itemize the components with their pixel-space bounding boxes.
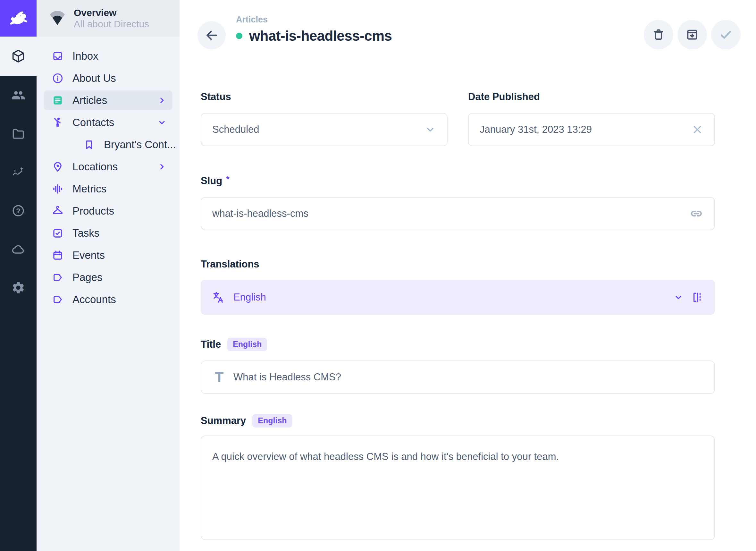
sidebar-item-label: Locations [72,161,118,173]
task-check-icon [52,227,63,239]
sidebar-item-label: Tasks [72,227,99,239]
trash-icon [651,28,666,42]
status-label: Status [201,90,448,103]
chevron-down-icon [157,118,167,127]
calendar-icon [52,249,63,261]
person-waving-icon [52,117,63,128]
status-value: Scheduled [212,124,259,135]
summary-value: A quick overview of what headless CMS is… [212,451,559,462]
folder-icon [11,127,25,141]
sidebar-item-label: Pages [72,271,103,284]
people-icon [11,88,25,102]
translations-label: Translations [201,258,715,271]
arrow-left-icon [204,28,219,43]
sidebar-item-label: Inbox [72,50,98,62]
back-button[interactable] [197,21,226,49]
sidebar-item-label: Accounts [72,294,116,306]
slug-input[interactable]: what-is-headless-cms [201,197,715,230]
project-subtitle: All about Directus [74,18,149,29]
summary-textarea[interactable]: A quick overview of what headless CMS is… [201,436,715,540]
chevron-right-icon [157,162,167,171]
language-badge: English [252,414,292,428]
svg-text:?: ? [16,207,20,215]
insights-icon [11,165,25,179]
sidebar-item-label: Articles [72,94,107,106]
title-label: Title [201,339,221,350]
article-icon [52,95,63,106]
module-users[interactable] [11,88,25,102]
sidebar-item-locations[interactable]: Locations [44,157,172,177]
status-field-group: Status Scheduled [201,90,448,146]
nav-sidebar: Overview All about Directus Inbox About … [37,0,180,551]
box-icon [11,49,26,63]
slug-label: Slug [201,175,222,187]
status-select[interactable]: Scheduled [201,113,448,146]
rabbit-logo-icon [7,9,29,28]
sidebar-item-pages[interactable]: Pages [44,267,172,288]
slug-value: what-is-headless-cms [212,208,308,219]
gear-icon [11,281,25,295]
archive-button[interactable] [677,20,707,49]
translate-icon [212,291,225,304]
sidebar-item-label: Products [72,205,114,217]
translations-selector[interactable]: English [201,280,715,315]
date-published-input[interactable]: January 31st, 2023 13:29 [468,113,715,146]
summary-field-group: Summary English A quick overview of what… [201,414,715,540]
sidebar-item-contacts[interactable]: Contacts [44,113,172,132]
language-badge: English [227,338,267,351]
sidebar-item-accounts[interactable]: Accounts [44,290,172,310]
delete-button[interactable] [644,20,673,49]
module-cloud[interactable] [11,242,25,256]
header-actions [644,20,741,49]
module-help[interactable]: ? [11,204,25,218]
sidebar-item-about-us[interactable]: About Us [44,68,172,88]
inbox-icon [52,50,63,62]
clear-x-icon[interactable] [691,123,703,136]
sidebar-item-metrics[interactable]: Metrics [44,179,172,199]
summary-label: Summary [201,415,246,427]
project-title: Overview [74,7,149,18]
sidebar-item-label: Contacts [72,116,114,129]
main-content: Articles what-is-headless-cms [180,0,756,551]
chevron-down-icon[interactable] [673,292,684,303]
map-pin-icon [52,161,63,172]
translations-field-group: Translations English [201,258,715,315]
save-button[interactable] [711,20,741,49]
chevron-down-icon [424,124,436,135]
date-published-label: Date Published [468,90,715,103]
title-value: What is Headless CMS? [233,372,341,383]
title-input[interactable]: T What is Headless CMS? [201,361,715,394]
translations-value: English [233,292,266,303]
signal-fan-icon [49,11,66,26]
split-view-icon[interactable] [691,291,704,304]
sidebar-item-tasks[interactable]: Tasks [44,223,172,243]
project-header[interactable]: Overview All about Directus [37,0,180,37]
breadcrumb[interactable]: Articles [236,14,392,25]
tag-icon [52,271,63,283]
chevron-right-icon [157,96,167,105]
cloud-icon [11,242,25,256]
sidebar-item-bryants-contacts[interactable]: Bryant's Cont... [44,135,172,154]
sidebar-item-label: Events [72,249,105,261]
date-published-value: January 31st, 2023 13:29 [480,124,592,135]
module-content-active[interactable] [0,37,37,76]
sidebar-item-label: Metrics [72,183,106,195]
sidebar-item-products[interactable]: Products [44,201,172,221]
module-settings[interactable] [11,281,25,295]
tag-icon [52,294,63,305]
archive-icon [685,28,699,42]
title-t-icon: T [212,369,226,385]
equalizer-icon [52,183,63,195]
check-icon [718,27,733,42]
directus-logo[interactable] [0,0,37,37]
sidebar-item-articles[interactable]: Articles [44,90,172,110]
module-insights[interactable] [11,165,25,179]
date-published-field-group: Date Published January 31st, 2023 13:29 [468,90,715,146]
slug-field-group: Slug * what-is-headless-cms [201,174,715,230]
sidebar-item-events[interactable]: Events [44,245,172,265]
nav-list: Inbox About Us Articles [37,37,180,310]
module-files[interactable] [11,127,25,141]
help-icon: ? [11,204,25,218]
sidebar-item-inbox[interactable]: Inbox [44,46,172,66]
page-title: what-is-headless-cms [249,28,392,44]
